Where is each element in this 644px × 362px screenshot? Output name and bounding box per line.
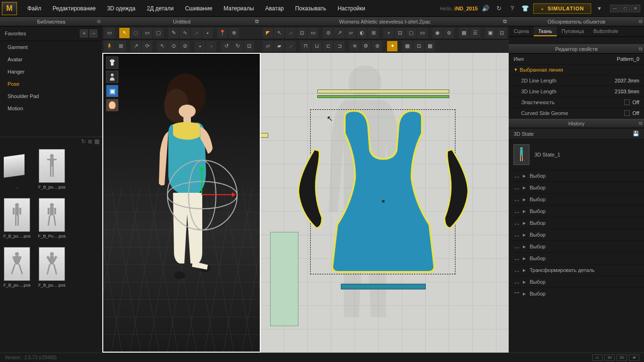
layout-3d-button[interactable]: 3D bbox=[604, 354, 615, 361]
tab-buttonhole[interactable]: Buttonhole bbox=[589, 26, 623, 36]
checkbox-icon[interactable] bbox=[624, 110, 630, 116]
help-icon[interactable]: ? bbox=[507, 3, 517, 14]
popout-icon[interactable]: ⧉ bbox=[639, 46, 642, 52]
layout-1-button[interactable]: ▭ bbox=[592, 354, 603, 361]
tool2d-pen[interactable]: ⊘ bbox=[323, 28, 333, 38]
menu-2d-details[interactable]: 2Д детали bbox=[142, 2, 178, 15]
menu-3d-clothes[interactable]: 3D одежда bbox=[102, 2, 140, 15]
tool-j[interactable]: ⊡ bbox=[244, 41, 254, 51]
add-favorite-button[interactable]: + bbox=[80, 29, 88, 38]
tool-c[interactable]: ↖ bbox=[157, 41, 167, 51]
prop-name[interactable]: Имя Pattern_0 bbox=[509, 54, 644, 65]
menu-settings[interactable]: Настройки bbox=[333, 2, 370, 15]
thumb-pose-3[interactable]: F_B_Po….pos bbox=[37, 198, 67, 239]
pattern-shape-side-left[interactable] bbox=[294, 147, 327, 232]
history-row[interactable]: ⌄⌄▶Выбор bbox=[509, 205, 644, 217]
lib-item-pose[interactable]: Pose bbox=[0, 78, 102, 90]
sew-j[interactable]: ⊛ bbox=[372, 41, 382, 51]
history-row[interactable]: ⌄⌄▶Выбор bbox=[509, 276, 644, 288]
tool2d-a[interactable]: ⊡ bbox=[297, 28, 307, 38]
layout-2d-button[interactable]: 2D bbox=[617, 354, 627, 361]
pattern-shape-main[interactable] bbox=[317, 107, 449, 277]
menu-sewing[interactable]: Сшивание bbox=[180, 2, 217, 15]
tool2d-n[interactable]: ☰ bbox=[470, 28, 480, 38]
save-state-icon[interactable]: 💾 bbox=[633, 131, 639, 137]
tool2d-e[interactable]: ◐ bbox=[357, 28, 367, 38]
history-row[interactable]: ⌄⌄▶Выбор bbox=[509, 193, 644, 205]
lib-item-avatar[interactable]: Avatar bbox=[0, 53, 102, 66]
popout-icon[interactable]: ⧉ bbox=[255, 18, 259, 25]
lib-item-garment[interactable]: Garment bbox=[0, 41, 102, 53]
lib-item-hanger[interactable]: Hanger bbox=[0, 66, 102, 78]
tool-i[interactable]: ↻ bbox=[232, 41, 243, 51]
tool-a[interactable]: ↗ bbox=[131, 41, 141, 51]
tool2d-f[interactable]: ⊞ bbox=[368, 28, 379, 38]
prop-curved-side[interactable]: Curved Side GeomeOff bbox=[509, 108, 644, 119]
layout-swap-button[interactable]: ⇄ bbox=[629, 354, 639, 361]
tool2d-k[interactable]: ◉ bbox=[432, 28, 443, 38]
popout-icon[interactable]: ⧉ bbox=[639, 121, 642, 126]
sync-icon[interactable]: ↻ bbox=[494, 3, 504, 14]
sew-m[interactable]: ⊡ bbox=[413, 41, 424, 51]
tool-pin[interactable]: 📍 bbox=[217, 28, 228, 38]
tool-lasso[interactable]: ◌ bbox=[131, 28, 141, 38]
sew-a[interactable]: ▱ bbox=[263, 41, 273, 51]
pattern-shape-side-right[interactable] bbox=[440, 147, 473, 232]
prop-elasticity[interactable]: ЭластичностьOff bbox=[509, 97, 644, 108]
tool-box[interactable]: ▢ bbox=[153, 28, 164, 38]
sew-n[interactable]: ▩ bbox=[425, 41, 435, 51]
thumb-pose-5[interactable]: F_B_po….pos bbox=[37, 247, 67, 288]
tool2d-j[interactable]: ▭ bbox=[417, 28, 428, 38]
sew-g[interactable]: ⊐ bbox=[334, 41, 345, 51]
popout-icon[interactable]: ⧉ bbox=[503, 18, 507, 25]
tool-b[interactable]: ⟳ bbox=[142, 41, 152, 51]
close-button[interactable]: ✕ bbox=[631, 5, 640, 12]
tool-f[interactable]: • bbox=[195, 41, 205, 51]
sew-i[interactable]: ⚙ bbox=[361, 41, 371, 51]
tool-rect[interactable]: ▭ bbox=[142, 28, 152, 38]
tool-h[interactable]: ↺ bbox=[221, 41, 231, 51]
tool2d-edit[interactable]: ⟋ bbox=[285, 28, 296, 38]
tool-curve[interactable]: ∿ bbox=[180, 28, 190, 38]
sew-f[interactable]: ⊏ bbox=[323, 41, 333, 51]
tool2d-o[interactable]: ▣ bbox=[485, 28, 495, 38]
history-row[interactable]: ⌄⌄▶Выбор bbox=[509, 181, 644, 193]
sew-b[interactable]: ▰ bbox=[274, 41, 284, 51]
tool2d-p[interactable]: ⊡ bbox=[496, 28, 507, 38]
shirt-icon[interactable]: 👕 bbox=[520, 3, 530, 14]
viewport-2d[interactable]: ↖ bbox=[261, 53, 509, 353]
sew-e[interactable]: ⊔ bbox=[312, 41, 322, 51]
menu-materials[interactable]: Материалы bbox=[219, 2, 258, 15]
tab-fabric[interactable]: Ткань bbox=[534, 26, 557, 36]
sew-k[interactable]: ✦ bbox=[387, 41, 397, 51]
sew-c[interactable]: ⟋ bbox=[285, 41, 296, 51]
thumb-pose-1[interactable]: F_B_po….pos bbox=[37, 149, 67, 189]
viewport-3d[interactable]: ▣ bbox=[102, 53, 261, 353]
history-row[interactable]: ⌄⌄▶Выбор bbox=[509, 240, 644, 252]
popout-icon[interactable]: ⧉ bbox=[97, 19, 100, 25]
menu-show[interactable]: Показывать bbox=[290, 2, 331, 15]
thumb-folder-up[interactable]: .. bbox=[2, 149, 32, 189]
checkbox-icon[interactable] bbox=[624, 99, 630, 105]
tool-g[interactable]: ◦ bbox=[206, 41, 216, 51]
tool2d-l[interactable]: ⊚ bbox=[444, 28, 454, 38]
tool-tack[interactable]: ⊕ bbox=[229, 28, 239, 38]
thumb-pose-4[interactable]: F_B_po….pos bbox=[2, 247, 32, 288]
transform-gizmo[interactable] bbox=[165, 157, 240, 233]
tool-edit[interactable]: ⟋ bbox=[191, 28, 201, 38]
sew-d[interactable]: ⊓ bbox=[300, 41, 311, 51]
tool2d-d[interactable]: ▱ bbox=[346, 28, 356, 38]
history-row[interactable]: ⌄⌄▶Выбор bbox=[509, 217, 644, 229]
tab-scene[interactable]: Сцена bbox=[509, 26, 533, 36]
prop-section[interactable]: ▼Выбранная линия bbox=[509, 65, 644, 75]
menu-file[interactable]: Файл bbox=[23, 2, 46, 15]
sound-icon[interactable]: 🔊 bbox=[480, 3, 491, 14]
history-row[interactable]: ⌄⌄▶Выбор bbox=[509, 170, 644, 181]
tool2d-move[interactable]: ↖ bbox=[274, 28, 284, 38]
history-row[interactable]: ⌄⌄▶Трансформировать деталь bbox=[509, 264, 644, 276]
minimize-button[interactable]: — bbox=[610, 5, 619, 12]
lib-item-motion[interactable]: Motion bbox=[0, 102, 102, 115]
refresh-icon[interactable]: ↻ bbox=[81, 138, 86, 145]
tab-button[interactable]: Пуговица bbox=[557, 26, 589, 36]
tool2d-h[interactable]: ⊡ bbox=[395, 28, 405, 38]
